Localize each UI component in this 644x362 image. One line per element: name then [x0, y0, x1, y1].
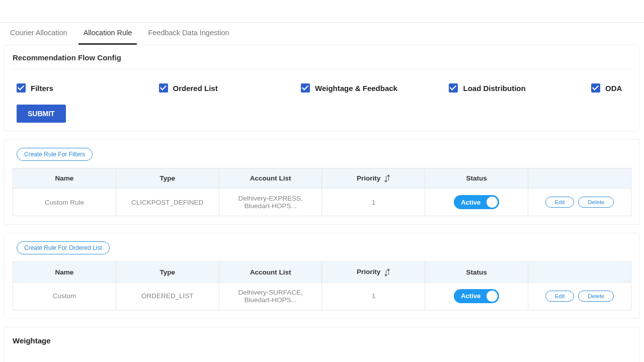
cell-status: Active — [425, 189, 528, 216]
cell-priority: 1 — [322, 189, 425, 216]
panel-weightage: Weightage — [4, 327, 640, 362]
col-account-list: Account List — [219, 262, 322, 282]
check-item-oda: ODA — [591, 83, 631, 93]
panel-ordered-list-rules: Create Rule For Ordered List Name Type A… — [4, 233, 640, 318]
col-priority[interactable]: Priority — [322, 168, 425, 189]
cell-priority: 1 — [322, 282, 425, 310]
table-row: Custom Rule CLICKPOST_DEFINED Delhivery-… — [13, 189, 631, 216]
checkbox-label: ODA — [605, 84, 622, 93]
checkbox-oda[interactable] — [591, 83, 600, 93]
top-spacer — [0, 0, 644, 23]
table-row: Custom ORDERED_LIST Delhivery-SURFACE, B… — [13, 282, 631, 310]
col-actions — [528, 262, 631, 282]
sort-icon[interactable] — [384, 269, 390, 276]
cell-account-list: Delhivery-EXPRESS, Bluedart-HOPS... — [219, 189, 322, 216]
col-actions — [528, 168, 631, 189]
checkbox-row: Filters Ordered List Weightage & Feedbac… — [13, 81, 631, 105]
checkbox-label: Filters — [31, 84, 53, 93]
table-header-row: Name Type Account List Priority Status — [13, 168, 631, 189]
create-rule-filters-button[interactable]: Create Rule For Filters — [17, 148, 93, 161]
table-header-row: Name Type Account List Priority Status — [13, 262, 631, 282]
col-priority[interactable]: Priority — [322, 262, 425, 282]
col-priority-label: Priority — [357, 268, 380, 276]
col-account-list: Account List — [219, 168, 322, 189]
col-type: Type — [116, 262, 219, 282]
cell-account-list: Delhivery-SURFACE, Bluedart-HOPS... — [219, 282, 322, 310]
status-label: Active — [461, 199, 480, 206]
weightage-heading: Weightage — [13, 336, 631, 345]
col-status: Status — [425, 262, 528, 282]
submit-button[interactable]: SUBMIT — [17, 105, 66, 123]
sort-icon[interactable] — [384, 175, 390, 182]
checkbox-ordered-list[interactable] — [159, 83, 168, 93]
status-label: Active — [461, 292, 480, 300]
tab-allocation-rule[interactable]: Allocation Rule — [78, 23, 137, 45]
check-item-ordered-list: Ordered List — [159, 83, 250, 93]
filters-table: Name Type Account List Priority Status C… — [13, 168, 631, 216]
toggle-knob — [487, 291, 498, 302]
ordered-list-table: Name Type Account List Priority Status C… — [13, 261, 631, 310]
cell-status: Active — [425, 282, 528, 310]
status-toggle[interactable]: Active — [454, 195, 499, 209]
checkbox-label: Ordered List — [173, 84, 218, 93]
create-rule-ordered-list-button[interactable]: Create Rule For Ordered List — [17, 241, 110, 254]
cell-name: Custom Rule — [13, 189, 116, 216]
edit-button[interactable]: Edit — [545, 197, 575, 208]
toggle-knob — [487, 197, 498, 208]
checkbox-label: Load Distribution — [463, 84, 525, 93]
status-toggle[interactable]: Active — [454, 289, 499, 303]
tab-bar: Courier Allocation Allocation Rule Feedb… — [0, 23, 644, 45]
cell-actions: Edit Delete — [528, 189, 631, 216]
col-priority-label: Priority — [357, 174, 380, 182]
panel-title: Recommendation Flow Config — [13, 53, 631, 69]
delete-button[interactable]: Delete — [578, 197, 614, 208]
cell-type: CLICKPOST_DEFINED — [116, 189, 219, 216]
panel-recommendation-flow: Recommendation Flow Config Filters Order… — [4, 45, 640, 131]
checkbox-label: Weightage & Feedback — [315, 84, 397, 93]
delete-button[interactable]: Delete — [578, 291, 614, 302]
col-name: Name — [13, 262, 116, 282]
check-item-filters: Filters — [17, 83, 107, 93]
col-type: Type — [116, 168, 219, 189]
tab-feedback-ingestion[interactable]: Feedback Data Ingestion — [143, 23, 234, 45]
checkbox-load-distribution[interactable] — [449, 83, 458, 93]
cell-actions: Edit Delete — [528, 282, 631, 310]
check-item-weightage: Weightage & Feedback — [301, 83, 397, 93]
cell-name: Custom — [13, 282, 116, 310]
col-status: Status — [425, 168, 528, 189]
edit-button[interactable]: Edit — [545, 291, 575, 302]
checkbox-weightage[interactable] — [301, 83, 310, 93]
tab-courier-allocation[interactable]: Courier Allocation — [5, 23, 72, 45]
col-name: Name — [13, 168, 116, 189]
check-item-load-distribution: Load Distribution — [449, 83, 539, 93]
cell-type: ORDERED_LIST — [116, 282, 219, 310]
checkbox-filters[interactable] — [17, 83, 26, 93]
panel-filters-rules: Create Rule For Filters Name Type Accoun… — [4, 139, 640, 225]
